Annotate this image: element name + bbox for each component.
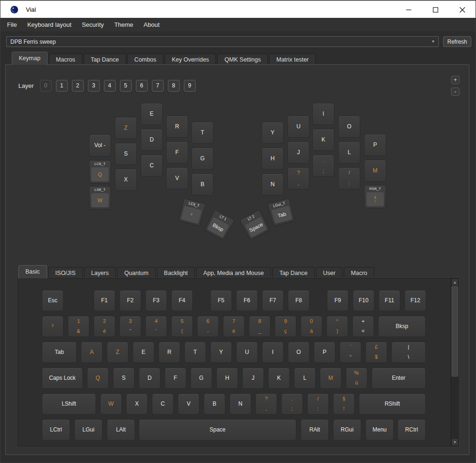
key-f7[interactable]: F7 xyxy=(262,290,284,311)
key-n[interactable]: N xyxy=(230,393,251,415)
key-esc[interactable]: Esc xyxy=(42,290,63,311)
key-enter[interactable]: Enter xyxy=(372,368,426,389)
key-tab[interactable]: Tab xyxy=(42,342,77,363)
key-menu[interactable]: Menu xyxy=(365,419,394,440)
key-rctrl[interactable]: RCtrl xyxy=(397,419,426,440)
key-s[interactable]: S xyxy=(113,368,135,389)
key-f8[interactable]: F8 xyxy=(288,290,309,311)
key-c[interactable]: C xyxy=(152,393,174,415)
key-lctrl[interactable]: LCtrl xyxy=(42,419,70,440)
key-f12[interactable]: F12 xyxy=(405,290,426,311)
key-bksp[interactable]: Bksp xyxy=(378,316,426,337)
key-sym[interactable]: .; xyxy=(281,393,303,415)
key-4[interactable]: 4' xyxy=(145,316,167,337)
key-sym[interactable]: °) xyxy=(326,316,348,337)
key-i[interactable]: I xyxy=(262,342,284,363)
key-sym[interactable]: £$ xyxy=(365,342,387,363)
tab-keymap[interactable]: Keymap xyxy=(12,52,48,65)
key-b[interactable]: B xyxy=(204,393,225,415)
key-8[interactable]: 8_ xyxy=(249,316,270,337)
key-2[interactable]: 2é xyxy=(94,316,115,337)
key-v[interactable]: V xyxy=(178,393,199,415)
key-e[interactable]: E xyxy=(133,342,154,363)
key-lalt[interactable]: LAlt xyxy=(107,419,135,440)
key-z[interactable]: Z xyxy=(107,342,128,363)
key-rshift[interactable]: RShift xyxy=(359,393,426,415)
key-sym[interactable]: %ù xyxy=(346,368,367,389)
picker-canvas: EscF1F2F3F4F5F6F7F8F9F10F11F12²1&2é3"4'5… xyxy=(0,0,476,463)
key-y[interactable]: Y xyxy=(210,342,232,363)
key-f9[interactable]: F9 xyxy=(327,290,349,311)
key-u[interactable]: U xyxy=(236,342,258,363)
key-1[interactable]: 1& xyxy=(68,316,89,337)
key-m[interactable]: M xyxy=(320,368,341,389)
key-6[interactable]: 6- xyxy=(197,316,219,337)
key-f5[interactable]: F5 xyxy=(210,290,232,311)
key-f3[interactable]: F3 xyxy=(145,290,167,311)
key-j[interactable]: J xyxy=(242,368,264,389)
key-rgui[interactable]: RGui xyxy=(333,419,361,440)
scrollbar-down-button[interactable]: ▼ xyxy=(452,439,458,446)
key-w[interactable]: W xyxy=(100,393,122,415)
key-caps-lock[interactable]: Caps Lock xyxy=(42,368,83,389)
key-space[interactable]: Space xyxy=(139,419,296,440)
key-3[interactable]: 3" xyxy=(119,316,141,337)
key-0[interactable]: 0à xyxy=(301,316,322,337)
key-x[interactable]: X xyxy=(126,393,148,415)
key-ralt[interactable]: RAlt xyxy=(301,419,329,440)
key-f1[interactable]: F1 xyxy=(94,290,115,311)
vial-window: Vial FileKeyboard layoutSecurityThemeAbo… xyxy=(0,0,476,463)
key-p[interactable]: P xyxy=(314,342,335,363)
key-q[interactable]: Q xyxy=(87,368,109,389)
key-f11[interactable]: F11 xyxy=(379,290,400,311)
key-sym[interactable]: ¨^ xyxy=(340,342,361,363)
key-g[interactable]: G xyxy=(190,368,212,389)
key-lgui[interactable]: LGui xyxy=(74,419,103,440)
arrow-down-icon: ▼ xyxy=(453,440,457,444)
key-k[interactable]: K xyxy=(268,368,290,389)
key-f[interactable]: F xyxy=(165,368,186,389)
key-r[interactable]: R xyxy=(159,342,180,363)
key-9[interactable]: 9ç xyxy=(275,316,296,337)
key-t[interactable]: T xyxy=(184,342,206,363)
key-sym[interactable]: §! xyxy=(333,393,355,415)
key-f6[interactable]: F6 xyxy=(236,290,258,311)
picker-scrollbar[interactable]: ▲ ▼ xyxy=(451,278,458,446)
scrollbar-up-button[interactable]: ▲ xyxy=(452,279,458,286)
key-d[interactable]: D xyxy=(139,368,160,389)
key-5[interactable]: 5( xyxy=(171,316,193,337)
scrollbar-thumb[interactable] xyxy=(452,286,458,377)
key-l[interactable]: L xyxy=(294,368,316,389)
key-f2[interactable]: F2 xyxy=(119,290,141,311)
key-sym[interactable]: ² xyxy=(42,316,63,337)
picker-tab-basic[interactable]: Basic xyxy=(18,265,47,278)
key-o[interactable]: O xyxy=(288,342,309,363)
key-a[interactable]: A xyxy=(81,342,103,363)
key-sym[interactable]: /: xyxy=(307,393,329,415)
key-f4[interactable]: F4 xyxy=(171,290,193,311)
key-7[interactable]: 7è xyxy=(223,316,245,337)
key-lshift[interactable]: LShift xyxy=(42,393,96,415)
key-h[interactable]: H xyxy=(216,368,238,389)
key-sym[interactable]: += xyxy=(352,316,374,337)
key-sym[interactable]: |\ xyxy=(391,342,426,363)
key-f10[interactable]: F10 xyxy=(353,290,374,311)
arrow-up-icon: ▲ xyxy=(453,281,457,284)
key-sym[interactable]: ?, xyxy=(255,393,277,415)
